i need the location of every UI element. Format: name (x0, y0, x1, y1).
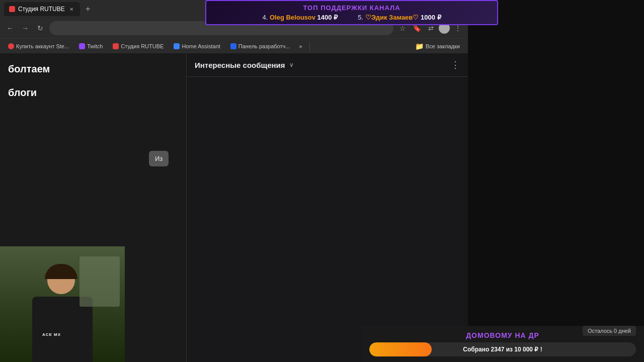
fundraiser-progress-container: Собрано 2347 из 10 000 ₽ ! (369, 342, 636, 356)
all-bookmarks-button[interactable]: 📁 Все закладки (411, 41, 464, 51)
bookmark-rutube[interactable]: Студия RUTUBE (109, 42, 168, 50)
donation-amount-2: 1000 ₽ (421, 14, 441, 21)
donation-rank-2: 5. (358, 14, 365, 21)
fundraiser-progress-bar (369, 342, 432, 356)
sidebar-category-boltalka[interactable]: болтаем (8, 63, 173, 75)
fundraiser-collected: Собрано 2347 (463, 346, 504, 353)
tab-title-rutube: Студия RUTUBE (18, 6, 65, 13)
bookmark-rutube-label: Студия RUTUBE (121, 43, 164, 49)
iz-button-label: Из (155, 155, 163, 162)
chat-header: Интересные сообщения ∨ ⋮ (187, 53, 468, 77)
bookmark-home-label: Home Assistant (182, 43, 220, 49)
bookmark-steam-label: Купить аккаунт Ste... (16, 43, 69, 49)
reload-button[interactable]: ↻ (34, 22, 46, 34)
bookmark-devtools[interactable]: Панель разработч... (226, 42, 294, 50)
bookmarks-more-icon: » (299, 43, 302, 49)
donation-title: ТОП ПОДДЕРЖКИ КАНАЛА (214, 4, 489, 12)
donation-entry-1: 4. Oleg Belousov 1400 ₽ (262, 14, 338, 21)
donation-name-2: ♡Эдик Замаев♡ (365, 14, 419, 21)
donation-entry-2: 5. ♡Эдик Замаев♡ 1000 ₽ (358, 14, 441, 21)
bookmarks-bar: Купить аккаунт Ste... Twitch Студия RUTU… (0, 38, 468, 53)
category-label-blogi: блоги (8, 87, 37, 98)
bookmark-home-assistant[interactable]: Home Assistant (170, 42, 224, 50)
favicon-dev (230, 43, 236, 49)
tab-favicon-rutube (9, 6, 15, 12)
favicon-rutube-bm (113, 43, 119, 49)
donation-amount-1: 1400 ₽ (317, 14, 338, 21)
bookmark-twitch[interactable]: Twitch (75, 42, 107, 50)
chat-title: Интересные сообщения (195, 61, 285, 69)
new-tab-button[interactable]: + (82, 3, 94, 15)
tab-rutube[interactable]: Студия RUTUBE ✕ (4, 2, 80, 16)
stream-area: болтаем блоги Из ACE MX (0, 0, 186, 362)
chat-area: Интересные сообщения ∨ ⋮ (186, 53, 468, 362)
stream-video: ACE MX (0, 246, 125, 362)
bookmarks-more-button[interactable]: » (296, 42, 305, 50)
days-left-badge: Осталось 0 дней (583, 326, 636, 336)
fundraiser-title: ДОМОВОМУ НА ДР (466, 331, 539, 339)
chat-body (187, 77, 468, 362)
chat-dropdown-icon: ∨ (289, 61, 294, 68)
fundraiser-text: Собрано 2347 из 10 000 ₽ ! (463, 346, 542, 353)
sidebar-categories: болтаем блоги (0, 53, 181, 121)
bookmarks-divider (309, 42, 310, 51)
donation-name-1: Oleg Belousov (270, 14, 315, 21)
bookmark-dev-label: Панель разработч... (238, 43, 290, 49)
fundraiser-of-label: из 10 000 ₽ ! (506, 346, 542, 353)
forward-button[interactable]: → (19, 22, 31, 34)
donation-rank-1: 4. (262, 14, 269, 21)
donation-entries: 4. Oleg Belousov 1400 ₽ 5. ♡Эдик Замаев♡… (214, 14, 489, 21)
favicon-twitch (79, 43, 85, 49)
chat-menu-button[interactable]: ⋮ (451, 59, 460, 70)
favicon-home (174, 43, 180, 49)
favicon-steam (8, 43, 14, 49)
right-dark-area (468, 0, 644, 362)
bookmark-twitch-label: Twitch (87, 43, 103, 49)
chat-title-area[interactable]: Интересные сообщения ∨ (195, 61, 294, 69)
back-button[interactable]: ← (4, 22, 16, 34)
bookmark-steam[interactable]: Купить аккаунт Ste... (4, 42, 73, 50)
fundraiser-bar: Осталось 0 дней ДОМОВОМУ НА ДР Собрано 2… (361, 326, 644, 362)
folder-icon: 📁 (415, 42, 424, 50)
tab-close-button[interactable]: ✕ (68, 6, 75, 13)
sidebar-category-blogi[interactable]: блоги (8, 87, 173, 99)
all-bookmarks-label: Все закладки (426, 43, 460, 49)
category-label-boltalka: болтаем (8, 63, 50, 74)
donation-banner: ТОП ПОДДЕРЖКИ КАНАЛА 4. Oleg Belousov 14… (205, 0, 498, 25)
iz-button[interactable]: Из (149, 151, 169, 166)
